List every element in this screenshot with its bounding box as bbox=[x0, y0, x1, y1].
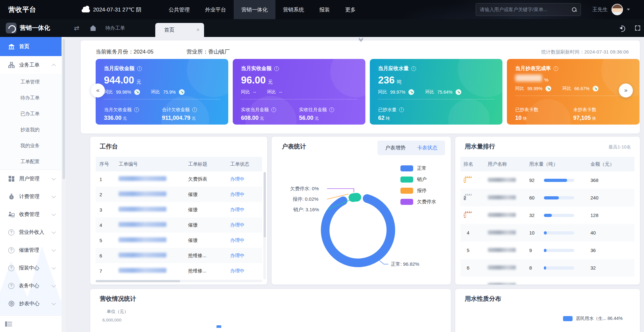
panel-title: 营收情况统计 bbox=[100, 295, 136, 303]
legend-item-cutoff[interactable]: 欠费停水 bbox=[400, 198, 436, 206]
sidebar-item-workorder-config[interactable]: 工单配置 bbox=[0, 154, 62, 170]
sidebar-item-my-business[interactable]: 我的业务 bbox=[0, 138, 62, 154]
sitemap-icon bbox=[8, 62, 15, 68]
tab-meter-trend[interactable]: 户表增势 bbox=[385, 145, 406, 151]
todo-workorder-shortcut[interactable]: 待办工单 bbox=[105, 19, 125, 37]
info-icon[interactable] bbox=[553, 66, 558, 71]
legend-item-closed[interactable]: 销户 bbox=[400, 176, 436, 183]
chevron-down-icon[interactable] bbox=[627, 9, 630, 11]
info-icon[interactable] bbox=[411, 66, 416, 71]
col-code: 工单编号 bbox=[119, 161, 188, 167]
nav-more[interactable]: 更多 bbox=[338, 0, 363, 19]
meter-stats-tabs: 户表增势 卡表状态 bbox=[377, 141, 445, 155]
global-search-input[interactable]: 请输入用户或客户关键字/菜单... bbox=[476, 3, 581, 16]
sidebar-group-billing[interactable]: S 计费管理 bbox=[0, 188, 62, 206]
ranking-table: 排名 用户名称 用水量（吨） 金额（元） 1 92 368 2 60 240 3… bbox=[460, 157, 634, 285]
ratio-row: 同比99.97% 环比75.64% bbox=[378, 89, 494, 95]
info-icon[interactable] bbox=[137, 66, 142, 71]
card-unit: % bbox=[544, 77, 548, 83]
sidebar-group-meter-center[interactable]: 表务中心 bbox=[0, 277, 62, 295]
carousel-prev-button[interactable] bbox=[91, 83, 105, 97]
status-link[interactable]: 办理中 bbox=[230, 253, 245, 258]
collapse-overview-button[interactable] bbox=[359, 39, 362, 41]
speaker-icon[interactable] bbox=[619, 25, 626, 31]
status-link[interactable]: 办理中 bbox=[230, 176, 245, 182]
scrollbar-thumb[interactable] bbox=[96, 280, 180, 282]
chevron-down-icon bbox=[52, 301, 56, 305]
status-link[interactable]: 办理中 bbox=[230, 207, 245, 212]
usage-bar bbox=[544, 179, 574, 182]
col-usage: 用水量（吨） bbox=[529, 161, 589, 167]
horizontal-scrollbar[interactable] bbox=[96, 280, 262, 282]
status-link[interactable]: 办理中 bbox=[230, 191, 245, 197]
sub-unit: 元 bbox=[123, 116, 127, 121]
leader-line-cutoff bbox=[327, 189, 354, 192]
nav-marketing-system[interactable]: 营销系统 bbox=[275, 0, 312, 19]
nav-public-admin[interactable]: 公共管理 bbox=[161, 0, 197, 19]
nav-marketing-integration[interactable]: 营销一体化 bbox=[234, 0, 275, 19]
redacted-order-no bbox=[119, 268, 166, 273]
close-icon[interactable] bbox=[196, 23, 200, 37]
info-icon[interactable] bbox=[274, 66, 279, 71]
info-icon[interactable] bbox=[192, 107, 197, 112]
redacted-order-no bbox=[119, 207, 166, 212]
scrollbar-thumb[interactable] bbox=[264, 172, 266, 237]
user-menu[interactable]: 王先生 bbox=[592, 0, 630, 19]
carousel-next-button[interactable] bbox=[619, 83, 633, 97]
refresh-time: 统计数据刷新时间：2024-07-31 09:36:06 bbox=[541, 49, 629, 55]
sidebar-item-done-workorder[interactable]: 已办工单 bbox=[0, 106, 62, 122]
legend-item-normal[interactable]: 正常 bbox=[400, 165, 436, 172]
table-row-partial bbox=[460, 277, 634, 285]
info-icon[interactable] bbox=[134, 107, 139, 112]
nav-field-platform[interactable]: 外业平台 bbox=[197, 0, 234, 19]
redacted-user-name bbox=[488, 178, 516, 182]
card-received-amount: 当月实收金额 96.00元 同比-- 环比-- 实收当月金额 608.00元 实… bbox=[233, 59, 365, 125]
menu-list-icon[interactable] bbox=[5, 321, 12, 327]
sub-value: 56.00 bbox=[299, 115, 313, 121]
legend-item-paused[interactable]: 报停 bbox=[400, 187, 436, 194]
scrollbar-thumb[interactable] bbox=[62, 39, 65, 179]
legend-swatch bbox=[400, 177, 413, 183]
avatar[interactable] bbox=[611, 4, 623, 15]
sidebar-group-workorder[interactable]: 业务工单 bbox=[0, 56, 62, 74]
sidebar-group-collection-urge[interactable]: 催缴管理 bbox=[0, 241, 62, 259]
sidebar-group-nonop-income[interactable]: 营业外收入 bbox=[0, 223, 62, 241]
switch-app-icon[interactable] bbox=[74, 19, 79, 37]
status-link[interactable]: 办理中 bbox=[230, 222, 245, 227]
info-icon[interactable] bbox=[399, 107, 404, 112]
nav-installation[interactable]: 报装 bbox=[312, 0, 338, 19]
sidebar-group-user-mgmt[interactable]: 用户管理 bbox=[0, 170, 62, 188]
sidebar-group-installation-center[interactable]: 报装中心 bbox=[0, 259, 62, 277]
sidebar-group-meter-reading-center[interactable]: 抄表中心 bbox=[0, 295, 62, 313]
status-link[interactable]: 办理中 bbox=[230, 237, 245, 243]
search-icon[interactable] bbox=[572, 7, 577, 12]
sidebar-item-label: 业务工单 bbox=[19, 62, 40, 69]
sidebar-item-label: 计费管理 bbox=[19, 193, 40, 200]
table-row: 3 32 128 bbox=[460, 206, 634, 224]
info-icon[interactable] bbox=[271, 107, 276, 112]
usage-bar bbox=[544, 214, 574, 217]
sidebar-scrollbar[interactable] bbox=[62, 37, 66, 332]
redacted-order-no bbox=[119, 222, 166, 227]
card-title: 当月实收金额 bbox=[241, 65, 272, 72]
sidebar-item-todo-workorder[interactable]: 待办工单 bbox=[0, 90, 62, 106]
info-icon[interactable] bbox=[329, 107, 334, 112]
sidebar-item-home[interactable]: 首页 bbox=[0, 37, 62, 56]
tab-card-meter-status[interactable]: 卡表状态 bbox=[417, 145, 437, 151]
chevron-down-icon bbox=[52, 248, 56, 252]
table-row: 5 9 36 bbox=[460, 242, 634, 259]
tab-home[interactable]: 首页 bbox=[155, 23, 204, 37]
status-link[interactable]: 办理中 bbox=[230, 268, 245, 273]
sidebar-item-workorder-mgmt[interactable]: 工单管理 bbox=[0, 74, 62, 90]
home-icon[interactable] bbox=[90, 25, 96, 31]
sidebar-item-cc-me[interactable]: 抄送我的 bbox=[0, 122, 62, 138]
fullscreen-icon[interactable] bbox=[635, 25, 640, 31]
mom-label: 环比 bbox=[425, 89, 434, 95]
card-title: 当月抄表完成率 bbox=[515, 65, 551, 72]
sub-label: 实收当月金额 bbox=[241, 107, 269, 113]
yoy-label: 同比 bbox=[378, 89, 387, 95]
nature-legend-item[interactable]: 居民用水（生... 86.44% bbox=[563, 316, 623, 321]
sidebar-group-fee-collection[interactable]: 收费管理 bbox=[0, 206, 62, 223]
yoy-value: -- bbox=[253, 90, 256, 95]
vertical-scrollbar[interactable] bbox=[263, 172, 266, 279]
